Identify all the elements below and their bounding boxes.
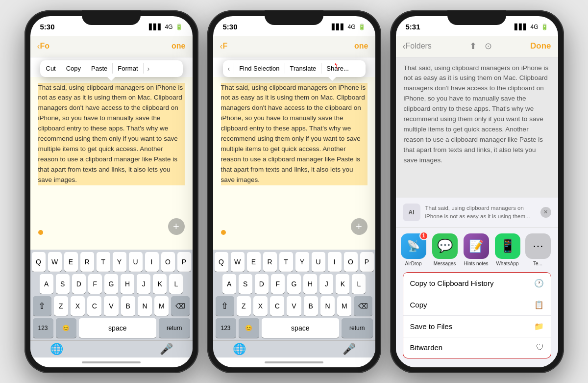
key-delete[interactable]: ⌫ <box>171 296 190 316</box>
key-O[interactable]: O <box>161 252 175 272</box>
key-G[interactable]: G <box>104 274 118 294</box>
key2-H[interactable]: H <box>303 274 317 294</box>
key2-Q[interactable]: Q <box>215 252 228 272</box>
key2-D[interactable]: D <box>255 274 269 294</box>
key-123[interactable]: 123 <box>33 318 53 338</box>
key-P[interactable]: P <box>177 252 191 272</box>
key2-P[interactable]: P <box>360 252 374 272</box>
key-emoji[interactable]: 😊 <box>56 318 76 338</box>
key-C[interactable]: C <box>87 296 101 316</box>
share-close-button[interactable]: ✕ <box>540 207 551 218</box>
menu-cut[interactable]: Cut <box>41 63 61 74</box>
nav-done-1[interactable]: one <box>172 42 185 51</box>
nav-done-2[interactable]: one <box>354 42 368 51</box>
key-U[interactable]: U <box>129 252 143 272</box>
key2-shift[interactable]: ⇧ <box>216 296 234 316</box>
key-Y[interactable]: Y <box>113 252 126 272</box>
key2-K[interactable]: K <box>336 274 349 294</box>
key2-V[interactable]: V <box>287 296 301 316</box>
key-Z[interactable]: Z <box>54 296 68 316</box>
key-return[interactable]: return <box>159 318 190 338</box>
globe-icon-2[interactable]: 🌐 <box>233 343 246 356</box>
key2-L[interactable]: L <box>352 274 366 294</box>
action-bitwarden[interactable]: Bitwarden 🛡 <box>403 337 551 358</box>
key2-J[interactable]: J <box>319 274 333 294</box>
key-D[interactable]: D <box>72 274 86 294</box>
menu-back-2[interactable]: ‹ <box>224 63 235 74</box>
key-J[interactable]: J <box>137 274 150 294</box>
key2-T[interactable]: T <box>279 252 293 272</box>
add-button-1[interactable]: + <box>168 218 185 235</box>
action-copy[interactable]: Copy 📋 <box>403 294 551 316</box>
key2-C[interactable]: C <box>270 296 284 316</box>
nav-folders-3[interactable]: ‹ Folders <box>403 41 432 51</box>
more-icon-nav[interactable]: ⊙ <box>485 41 492 51</box>
key2-B[interactable]: B <box>304 296 318 316</box>
key2-emoji[interactable]: 😊 <box>239 318 259 338</box>
menu-copy[interactable]: Copy <box>61 63 86 74</box>
key-T[interactable]: T <box>97 252 110 272</box>
key2-M[interactable]: M <box>337 296 351 316</box>
key2-delete[interactable]: ⌫ <box>354 296 372 316</box>
nav-back-2[interactable]: ‹ F <box>220 41 228 51</box>
action-save-files[interactable]: Save to Files 📁 <box>403 316 551 337</box>
share-app-whatsapp[interactable]: 📱 WhatsApp <box>494 233 521 266</box>
key2-U[interactable]: U <box>312 252 325 272</box>
menu-translate[interactable]: Translate <box>285 63 322 74</box>
key2-Z[interactable]: Z <box>237 296 251 316</box>
key-X[interactable]: X <box>71 296 85 316</box>
menu-format[interactable]: Format <box>113 63 143 74</box>
key-W[interactable]: W <box>48 252 62 272</box>
share-app-more[interactable]: ⋯ Te... <box>525 233 551 266</box>
key2-I[interactable]: I <box>328 252 342 272</box>
nav-back-1[interactable]: ‹ Fo <box>37 41 50 51</box>
menu-find-selection[interactable]: Find Selection <box>234 63 285 74</box>
key2-space[interactable]: space <box>262 318 340 338</box>
key-shift[interactable]: ⇧ <box>33 296 51 316</box>
menu-paste[interactable]: Paste <box>86 63 113 74</box>
key-space[interactable]: space <box>79 318 157 338</box>
key2-R[interactable]: R <box>263 252 277 272</box>
mic-icon-1[interactable]: 🎤 <box>160 343 173 356</box>
key-H[interactable]: H <box>121 274 134 294</box>
key-F[interactable]: F <box>88 274 102 294</box>
key2-return[interactable]: return <box>342 318 372 338</box>
key-L[interactable]: L <box>169 274 183 294</box>
key2-F[interactable]: F <box>271 274 285 294</box>
key2-S[interactable]: S <box>239 274 252 294</box>
mic-icon-2[interactable]: 🎤 <box>343 343 356 356</box>
key-K[interactable]: K <box>153 274 167 294</box>
menu-more[interactable]: › <box>144 63 154 74</box>
key-N[interactable]: N <box>138 296 152 316</box>
key-I[interactable]: I <box>145 252 159 272</box>
key2-O[interactable]: O <box>344 252 358 272</box>
globe-icon-1[interactable]: 🌐 <box>50 343 63 356</box>
key2-E[interactable]: E <box>247 252 261 272</box>
share-app-hints[interactable]: 📝 Hints notes <box>463 233 490 266</box>
key-E[interactable]: E <box>64 252 78 272</box>
key-R[interactable]: R <box>80 252 94 272</box>
key2-X[interactable]: X <box>253 296 268 316</box>
share-app-airdrop[interactable]: 📡 1 AirDrop <box>400 233 427 266</box>
key2-G[interactable]: G <box>287 274 301 294</box>
key2-W[interactable]: W <box>231 252 245 272</box>
keyboard-bottom-1: 🌐 🎤 <box>30 340 193 357</box>
key-Q[interactable]: Q <box>32 252 46 272</box>
add-button-2[interactable]: + <box>351 218 368 235</box>
notes-text-1[interactable]: That said, using clipboard managers on i… <box>38 83 185 185</box>
action-copy-clipboard[interactable]: Copy to Clipboard History 🕐 <box>403 272 551 294</box>
key2-N[interactable]: N <box>320 296 335 316</box>
nav-done-3[interactable]: Done <box>530 41 551 51</box>
key-S[interactable]: S <box>56 274 70 294</box>
share-icon-nav[interactable]: ⬆ <box>469 41 477 51</box>
key-V[interactable]: V <box>104 296 118 316</box>
key2-123[interactable]: 123 <box>216 318 236 338</box>
key-M[interactable]: M <box>154 296 169 316</box>
key-B[interactable]: B <box>121 296 135 316</box>
share-app-messages[interactable]: 💬 Messages <box>431 233 459 266</box>
key-A[interactable]: A <box>40 274 53 294</box>
key2-Y[interactable]: Y <box>295 252 309 272</box>
share-preview-text: That said, using clipboard managers on i… <box>425 204 536 220</box>
key2-A[interactable]: A <box>222 274 236 294</box>
notes-text-2[interactable]: That said, using clipboard managers on i… <box>221 83 368 185</box>
